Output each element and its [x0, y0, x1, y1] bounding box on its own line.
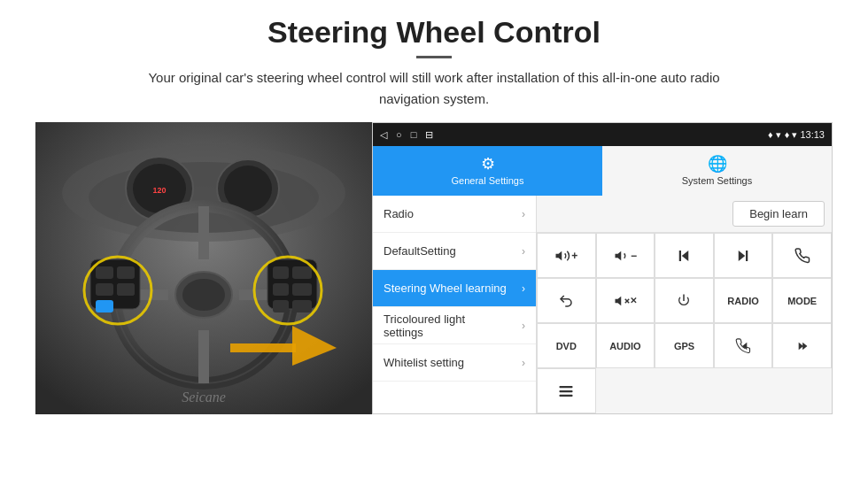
- screenshot-nav[interactable]: ⊟: [425, 129, 433, 141]
- menu-steering-label: Steering Wheel learning: [384, 282, 507, 295]
- recents-nav[interactable]: □: [411, 129, 417, 140]
- svg-rect-28: [273, 300, 289, 312]
- tab-general-label: General Settings: [452, 175, 524, 186]
- power-button[interactable]: [655, 278, 714, 323]
- tab-system-settings[interactable]: 🌐 System Settings: [602, 146, 832, 196]
- page-title: Steering Wheel Control: [267, 16, 601, 49]
- svg-text:Seicane: Seicane: [182, 390, 226, 405]
- page-subtitle: Your original car's steering wheel contr…: [124, 67, 744, 110]
- svg-rect-26: [273, 283, 289, 296]
- chevron-icon: ›: [522, 282, 525, 295]
- menu-item-radio[interactable]: Radio ›: [373, 196, 536, 233]
- dvd-button[interactable]: DVD: [537, 323, 596, 368]
- back-nav[interactable]: ◁: [380, 129, 387, 141]
- next-button[interactable]: [714, 233, 773, 278]
- top-tabs: ⚙ General Settings 🌐 System Settings: [373, 146, 832, 196]
- svg-rect-22: [96, 300, 113, 312]
- svg-rect-33: [230, 343, 296, 352]
- menu-item-defaultsetting[interactable]: DefaultSetting ›: [373, 233, 536, 270]
- menu-item-steering-wheel[interactable]: Steering Wheel learning ›: [373, 270, 536, 307]
- svg-rect-48: [560, 386, 573, 388]
- vol-up-button[interactable]: +: [537, 233, 596, 278]
- svg-marker-47: [802, 343, 806, 349]
- mute-button[interactable]: ✕: [596, 278, 655, 323]
- svg-rect-27: [292, 283, 312, 296]
- begin-learn-button[interactable]: Begin learn: [732, 201, 825, 227]
- svg-rect-19: [117, 266, 135, 279]
- svg-rect-29: [292, 300, 312, 312]
- controls-grid: + −: [537, 233, 832, 413]
- svg-rect-20: [96, 283, 113, 296]
- menu-icon-button[interactable]: [537, 368, 596, 413]
- prev-button[interactable]: [655, 233, 714, 278]
- chevron-icon: ›: [522, 357, 525, 369]
- back-button[interactable]: [537, 278, 596, 323]
- svg-marker-37: [682, 251, 689, 261]
- svg-point-15: [182, 279, 225, 311]
- home-nav[interactable]: ○: [396, 129, 402, 140]
- vol-down-button[interactable]: −: [596, 233, 655, 278]
- call-next-button[interactable]: [772, 323, 832, 368]
- menu-item-whitelist[interactable]: Whitelist setting ›: [373, 344, 536, 382]
- call-button[interactable]: [772, 233, 832, 278]
- controls-top-row: Begin learn: [537, 196, 832, 233]
- status-bar: ◁ ○ □ ⊟ ♦ ▾ ♦ ▾ 13:13: [373, 123, 832, 146]
- svg-rect-38: [679, 251, 681, 261]
- menu-whitelist-label: Whitelist setting: [384, 356, 464, 369]
- tab-system-label: System Settings: [682, 175, 752, 186]
- controls-panel: Begin learn +: [537, 196, 832, 413]
- menu-list: Radio › DefaultSetting › Steering Wheel …: [373, 196, 537, 413]
- audio-button[interactable]: AUDIO: [596, 323, 655, 368]
- svg-rect-18: [96, 266, 113, 279]
- general-settings-icon: ⚙: [481, 154, 495, 174]
- call-prev-button[interactable]: [714, 323, 773, 368]
- status-right: ♦ ▾ ♦ ▾ 13:13: [768, 129, 825, 141]
- radio-button[interactable]: RADIO: [714, 278, 773, 323]
- svg-rect-49: [560, 390, 573, 392]
- menu-item-tricoloured[interactable]: Tricoloured lightsettings ›: [373, 307, 536, 344]
- svg-rect-50: [560, 395, 573, 397]
- menu-tricoloured-label: Tricoloured lightsettings: [384, 312, 465, 339]
- svg-text:120: 120: [152, 186, 166, 195]
- svg-marker-39: [739, 251, 746, 261]
- svg-marker-35: [556, 251, 562, 261]
- car-image: 120: [35, 122, 372, 414]
- svg-rect-25: [292, 266, 312, 279]
- main-area: Radio › DefaultSetting › Steering Wheel …: [373, 196, 832, 413]
- menu-default-label: DefaultSetting: [384, 244, 456, 258]
- svg-rect-23: [117, 283, 135, 296]
- chevron-icon: ›: [522, 320, 525, 332]
- android-panel: ◁ ○ □ ⊟ ♦ ▾ ♦ ▾ 13:13 ⚙ General Settings…: [372, 122, 833, 414]
- svg-marker-41: [615, 297, 621, 306]
- gps-button[interactable]: GPS: [655, 323, 714, 368]
- mode-button[interactable]: MODE: [772, 278, 832, 323]
- nav-buttons: ◁ ○ □ ⊟: [380, 129, 433, 141]
- svg-marker-36: [615, 251, 621, 261]
- clock: ♦ ▾ 13:13: [785, 129, 825, 141]
- svg-rect-24: [273, 266, 289, 279]
- title-divider: [416, 56, 452, 58]
- tab-general-settings[interactable]: ⚙ General Settings: [373, 146, 602, 196]
- system-settings-icon: 🌐: [708, 154, 727, 174]
- svg-rect-40: [746, 251, 748, 261]
- menu-radio-label: Radio: [384, 207, 414, 220]
- chevron-icon: ›: [522, 208, 525, 220]
- chevron-icon: ›: [522, 245, 525, 258]
- svg-marker-46: [799, 343, 802, 349]
- signal-icon: ♦ ▾: [768, 129, 781, 141]
